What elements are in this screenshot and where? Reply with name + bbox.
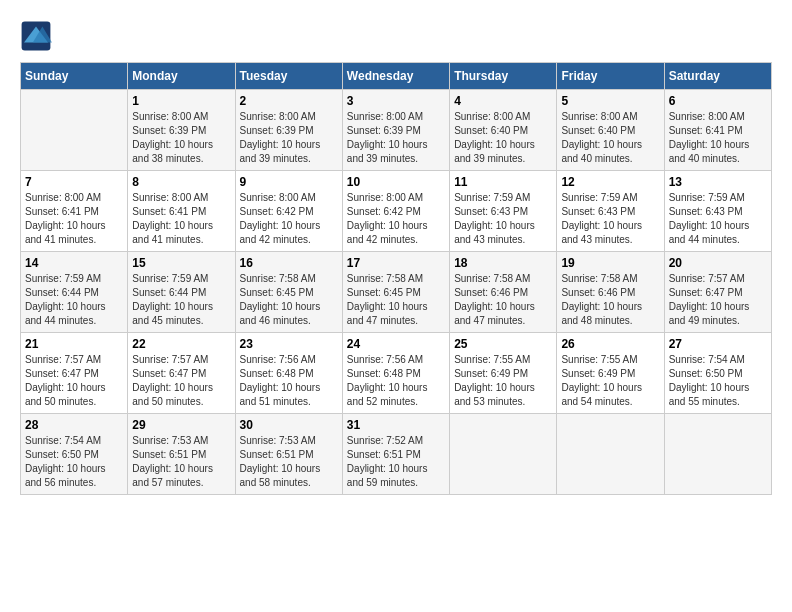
calendar-cell: 10Sunrise: 8:00 AM Sunset: 6:42 PM Dayli…	[342, 171, 449, 252]
calendar-cell: 17Sunrise: 7:58 AM Sunset: 6:45 PM Dayli…	[342, 252, 449, 333]
day-number: 11	[454, 175, 552, 189]
calendar-cell: 11Sunrise: 7:59 AM Sunset: 6:43 PM Dayli…	[450, 171, 557, 252]
day-header-monday: Monday	[128, 63, 235, 90]
day-info: Sunrise: 8:00 AM Sunset: 6:41 PM Dayligh…	[132, 191, 230, 247]
day-number: 18	[454, 256, 552, 270]
day-info: Sunrise: 7:59 AM Sunset: 6:43 PM Dayligh…	[561, 191, 659, 247]
logo	[20, 20, 56, 52]
calendar-week-4: 21Sunrise: 7:57 AM Sunset: 6:47 PM Dayli…	[21, 333, 772, 414]
day-info: Sunrise: 7:56 AM Sunset: 6:48 PM Dayligh…	[347, 353, 445, 409]
calendar-cell: 22Sunrise: 7:57 AM Sunset: 6:47 PM Dayli…	[128, 333, 235, 414]
calendar-week-1: 1Sunrise: 8:00 AM Sunset: 6:39 PM Daylig…	[21, 90, 772, 171]
calendar-cell: 7Sunrise: 8:00 AM Sunset: 6:41 PM Daylig…	[21, 171, 128, 252]
day-info: Sunrise: 7:53 AM Sunset: 6:51 PM Dayligh…	[240, 434, 338, 490]
calendar-cell	[450, 414, 557, 495]
calendar-cell: 8Sunrise: 8:00 AM Sunset: 6:41 PM Daylig…	[128, 171, 235, 252]
day-header-saturday: Saturday	[664, 63, 771, 90]
day-info: Sunrise: 8:00 AM Sunset: 6:41 PM Dayligh…	[25, 191, 123, 247]
day-header-sunday: Sunday	[21, 63, 128, 90]
day-number: 19	[561, 256, 659, 270]
day-number: 8	[132, 175, 230, 189]
day-number: 6	[669, 94, 767, 108]
day-info: Sunrise: 7:55 AM Sunset: 6:49 PM Dayligh…	[454, 353, 552, 409]
day-info: Sunrise: 7:53 AM Sunset: 6:51 PM Dayligh…	[132, 434, 230, 490]
calendar-cell: 18Sunrise: 7:58 AM Sunset: 6:46 PM Dayli…	[450, 252, 557, 333]
calendar-cell	[557, 414, 664, 495]
calendar-cell: 14Sunrise: 7:59 AM Sunset: 6:44 PM Dayli…	[21, 252, 128, 333]
day-info: Sunrise: 8:00 AM Sunset: 6:39 PM Dayligh…	[240, 110, 338, 166]
day-number: 9	[240, 175, 338, 189]
day-number: 24	[347, 337, 445, 351]
calendar-cell: 2Sunrise: 8:00 AM Sunset: 6:39 PM Daylig…	[235, 90, 342, 171]
calendar-body: 1Sunrise: 8:00 AM Sunset: 6:39 PM Daylig…	[21, 90, 772, 495]
day-info: Sunrise: 7:55 AM Sunset: 6:49 PM Dayligh…	[561, 353, 659, 409]
day-number: 2	[240, 94, 338, 108]
day-number: 14	[25, 256, 123, 270]
calendar-cell	[664, 414, 771, 495]
day-info: Sunrise: 8:00 AM Sunset: 6:39 PM Dayligh…	[347, 110, 445, 166]
day-info: Sunrise: 7:58 AM Sunset: 6:46 PM Dayligh…	[561, 272, 659, 328]
day-number: 15	[132, 256, 230, 270]
day-info: Sunrise: 7:57 AM Sunset: 6:47 PM Dayligh…	[25, 353, 123, 409]
day-number: 30	[240, 418, 338, 432]
calendar-cell: 4Sunrise: 8:00 AM Sunset: 6:40 PM Daylig…	[450, 90, 557, 171]
day-info: Sunrise: 7:59 AM Sunset: 6:44 PM Dayligh…	[25, 272, 123, 328]
day-number: 7	[25, 175, 123, 189]
calendar-cell: 27Sunrise: 7:54 AM Sunset: 6:50 PM Dayli…	[664, 333, 771, 414]
calendar-cell: 13Sunrise: 7:59 AM Sunset: 6:43 PM Dayli…	[664, 171, 771, 252]
day-number: 16	[240, 256, 338, 270]
calendar-cell	[21, 90, 128, 171]
day-number: 1	[132, 94, 230, 108]
calendar-cell: 9Sunrise: 8:00 AM Sunset: 6:42 PM Daylig…	[235, 171, 342, 252]
day-info: Sunrise: 7:56 AM Sunset: 6:48 PM Dayligh…	[240, 353, 338, 409]
day-number: 26	[561, 337, 659, 351]
day-header-wednesday: Wednesday	[342, 63, 449, 90]
day-header-thursday: Thursday	[450, 63, 557, 90]
day-header-tuesday: Tuesday	[235, 63, 342, 90]
day-number: 5	[561, 94, 659, 108]
day-info: Sunrise: 7:57 AM Sunset: 6:47 PM Dayligh…	[132, 353, 230, 409]
calendar-cell: 16Sunrise: 7:58 AM Sunset: 6:45 PM Dayli…	[235, 252, 342, 333]
day-info: Sunrise: 7:54 AM Sunset: 6:50 PM Dayligh…	[25, 434, 123, 490]
calendar-cell: 31Sunrise: 7:52 AM Sunset: 6:51 PM Dayli…	[342, 414, 449, 495]
day-info: Sunrise: 8:00 AM Sunset: 6:40 PM Dayligh…	[561, 110, 659, 166]
day-number: 22	[132, 337, 230, 351]
calendar-cell: 25Sunrise: 7:55 AM Sunset: 6:49 PM Dayli…	[450, 333, 557, 414]
calendar-week-5: 28Sunrise: 7:54 AM Sunset: 6:50 PM Dayli…	[21, 414, 772, 495]
day-number: 17	[347, 256, 445, 270]
day-number: 4	[454, 94, 552, 108]
calendar-cell: 28Sunrise: 7:54 AM Sunset: 6:50 PM Dayli…	[21, 414, 128, 495]
calendar-cell: 15Sunrise: 7:59 AM Sunset: 6:44 PM Dayli…	[128, 252, 235, 333]
calendar-week-3: 14Sunrise: 7:59 AM Sunset: 6:44 PM Dayli…	[21, 252, 772, 333]
calendar-table: SundayMondayTuesdayWednesdayThursdayFrid…	[20, 62, 772, 495]
day-number: 31	[347, 418, 445, 432]
day-header-friday: Friday	[557, 63, 664, 90]
logo-icon	[20, 20, 52, 52]
day-number: 27	[669, 337, 767, 351]
calendar-cell: 12Sunrise: 7:59 AM Sunset: 6:43 PM Dayli…	[557, 171, 664, 252]
calendar-cell: 29Sunrise: 7:53 AM Sunset: 6:51 PM Dayli…	[128, 414, 235, 495]
day-number: 23	[240, 337, 338, 351]
day-info: Sunrise: 7:57 AM Sunset: 6:47 PM Dayligh…	[669, 272, 767, 328]
calendar-cell: 20Sunrise: 7:57 AM Sunset: 6:47 PM Dayli…	[664, 252, 771, 333]
calendar-cell: 19Sunrise: 7:58 AM Sunset: 6:46 PM Dayli…	[557, 252, 664, 333]
day-number: 28	[25, 418, 123, 432]
day-number: 12	[561, 175, 659, 189]
day-info: Sunrise: 7:58 AM Sunset: 6:45 PM Dayligh…	[240, 272, 338, 328]
day-info: Sunrise: 8:00 AM Sunset: 6:39 PM Dayligh…	[132, 110, 230, 166]
day-number: 3	[347, 94, 445, 108]
day-info: Sunrise: 7:59 AM Sunset: 6:43 PM Dayligh…	[669, 191, 767, 247]
calendar-cell: 24Sunrise: 7:56 AM Sunset: 6:48 PM Dayli…	[342, 333, 449, 414]
calendar-cell: 23Sunrise: 7:56 AM Sunset: 6:48 PM Dayli…	[235, 333, 342, 414]
calendar-header-row: SundayMondayTuesdayWednesdayThursdayFrid…	[21, 63, 772, 90]
day-info: Sunrise: 7:59 AM Sunset: 6:43 PM Dayligh…	[454, 191, 552, 247]
day-info: Sunrise: 7:52 AM Sunset: 6:51 PM Dayligh…	[347, 434, 445, 490]
calendar-cell: 5Sunrise: 8:00 AM Sunset: 6:40 PM Daylig…	[557, 90, 664, 171]
day-number: 20	[669, 256, 767, 270]
day-info: Sunrise: 8:00 AM Sunset: 6:42 PM Dayligh…	[240, 191, 338, 247]
calendar-cell: 6Sunrise: 8:00 AM Sunset: 6:41 PM Daylig…	[664, 90, 771, 171]
day-number: 25	[454, 337, 552, 351]
day-number: 10	[347, 175, 445, 189]
day-number: 29	[132, 418, 230, 432]
calendar-cell: 21Sunrise: 7:57 AM Sunset: 6:47 PM Dayli…	[21, 333, 128, 414]
